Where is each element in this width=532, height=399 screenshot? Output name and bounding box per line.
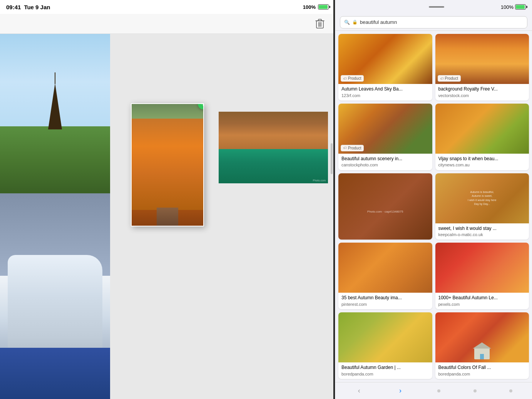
venice-water-bg — [219, 149, 328, 183]
tag-icon-3: 🏷 — [343, 146, 347, 150]
nav-dot-2 — [473, 389, 477, 392]
lock-icon: 🔒 — [352, 20, 358, 25]
battery-display-left: 100% — [303, 4, 329, 10]
result-card-4[interactable]: Vijay snaps to it when beau... citynews.… — [435, 104, 529, 170]
result-title-6: sweet, I wish it would stay ... — [438, 226, 526, 232]
result-image-8 — [435, 243, 529, 293]
eiffel-photo[interactable] — [0, 34, 110, 193]
result-domain-3: canstockphoto.com — [341, 163, 429, 167]
result-image-7 — [338, 243, 432, 293]
forest-road — [157, 208, 178, 226]
left-pane: 09:41 Tue 9 Jan 100% — [0, 0, 335, 399]
watermark-5: Photo.com · cap#1348075 — [348, 210, 423, 214]
trash-icon — [315, 18, 325, 29]
result-image-5: Photo.com · cap#1348075 — [338, 173, 432, 240]
result-info-1: Autumn Leaves And Sky Ba... 123rf.com — [338, 84, 432, 101]
bottom-nav: ‹ › — [335, 382, 532, 399]
result-domain-4: citynews.com.au — [438, 163, 526, 167]
url-input[interactable]: 🔍 🔒 beautiful autumn — [340, 16, 527, 28]
product-badge-1: 🏷 Product — [341, 75, 364, 82]
result-title-8: 1000+ Beautiful Autumn Le... — [438, 295, 526, 301]
battery-pct-right: 100% — [501, 4, 514, 10]
address-text: beautiful autumn — [360, 19, 397, 25]
result-domain-7: pinterest.com — [341, 302, 429, 307]
result-card-1[interactable]: 🏷 Product Autumn Leaves And Sky Ba... 12… — [338, 34, 432, 101]
forest-trees — [132, 119, 203, 210]
result-card-10[interactable]: Beautiful Colors Of Fall ... boredpanda.… — [435, 312, 529, 379]
result-image-9 — [338, 312, 432, 362]
result-info-4: Vijay snaps to it when beau... citynews.… — [435, 154, 529, 170]
venice-buildings-bg — [219, 112, 328, 151]
result-image-10 — [435, 312, 529, 362]
result-card-3[interactable]: 🏷 Product Beautiful autumn scenery in...… — [338, 104, 432, 170]
ground-background — [0, 126, 110, 193]
battery-icon-right — [515, 4, 526, 10]
tower-antenna — [55, 72, 55, 84]
autumn-forest-photo[interactable]: + — [131, 103, 204, 226]
result-card-8[interactable]: 1000+ Beautiful Autumn Le... pexels.com — [435, 243, 529, 309]
status-bar-left: 09:41 Tue 9 Jan 100% — [0, 0, 335, 14]
delete-button[interactable] — [313, 17, 327, 31]
autumn-quote-text: Autumn is beautiful,Autumn is sweet,I wi… — [442, 190, 522, 206]
result-title-2: background Royalty Free V... — [438, 86, 526, 92]
result-card-2[interactable]: 🏷 Product background Royalty Free V... v… — [435, 34, 529, 101]
result-info-7: 35 best Autumn Beauty ima... pinterest.c… — [338, 293, 432, 309]
battery-display-right: 100% — [501, 4, 526, 10]
result-domain-6: keepcalm-o-matic.co.uk — [438, 232, 526, 237]
nav-dot-3 — [509, 389, 512, 392]
battery-pct-left: 100% — [303, 4, 316, 10]
result-card-9[interactable]: Beautiful Autumn Garden | ... boredpanda… — [338, 312, 432, 379]
result-info-8: 1000+ Beautiful Autumn Le... pexels.com — [435, 293, 529, 309]
battery-fill-left — [319, 5, 328, 9]
back-button[interactable]: ‹ — [355, 385, 363, 396]
result-title-3: Beautiful autumn scenery in... — [341, 156, 429, 162]
venice-canal-photo[interactable]: Photo.com — [219, 112, 328, 183]
left-photo-column — [0, 34, 110, 399]
iceberg-shape — [8, 255, 102, 358]
house-shape — [474, 348, 490, 359]
forward-button[interactable]: › — [396, 385, 405, 396]
tag-icon-1: 🏷 — [343, 77, 347, 80]
tag-icon-2: 🏷 — [440, 77, 444, 80]
badge-label-3: Product — [348, 146, 361, 150]
result-image-2: 🏷 Product — [435, 34, 529, 84]
result-title-4: Vijay snaps to it when beau... — [438, 156, 526, 162]
result-title-1: Autumn Leaves And Sky Ba... — [341, 86, 429, 92]
result-domain-10: boredpanda.com — [438, 372, 526, 376]
toolbar-left — [0, 14, 335, 34]
result-card-7[interactable]: 35 best Autumn Beauty ima... pinterest.c… — [338, 243, 432, 309]
result-domain-1: 123rf.com — [341, 93, 429, 98]
result-info-10: Beautiful Colors Of Fall ... boredpanda.… — [435, 362, 529, 379]
result-image-3: 🏷 Product — [338, 104, 432, 154]
product-badge-3: 🏷 Product — [341, 145, 364, 151]
house-roof — [473, 342, 491, 349]
result-image-4 — [435, 104, 529, 154]
venice-watermark: Photo.com — [313, 179, 326, 182]
result-info-6: sweet, I wish it would stay ... keepcalm… — [435, 223, 529, 240]
nav-dot-1 — [437, 389, 440, 392]
battery-fill-right — [516, 5, 525, 9]
result-domain-9: boredpanda.com — [341, 372, 429, 376]
result-domain-2: vectorstock.com — [438, 93, 526, 98]
scroll-indicator[interactable] — [331, 143, 333, 174]
result-info-9: Beautiful Autumn Garden | ... boredpanda… — [338, 362, 432, 379]
result-image-6: Autumn is beautiful,Autumn is sweet,I wi… — [435, 173, 529, 223]
result-card-6[interactable]: Autumn is beautiful,Autumn is sweet,I wi… — [435, 173, 529, 240]
tower-body — [48, 83, 62, 129]
result-image-1: 🏷 Product — [338, 34, 432, 84]
status-center-bar — [429, 6, 444, 8]
result-title-9: Beautiful Autumn Garden | ... — [341, 365, 429, 371]
result-title-7: 35 best Autumn Beauty ima... — [341, 295, 429, 301]
result-domain-8: pexels.com — [438, 302, 526, 307]
result-card-5[interactable]: Photo.com · cap#1348075 — [338, 173, 432, 240]
pane-divider — [333, 0, 335, 399]
time-date-display: 09:41 Tue 9 Jan — [6, 4, 50, 10]
address-bar: 🔍 🔒 beautiful autumn — [335, 14, 532, 31]
battery-icon-left — [318, 4, 329, 10]
ice-water-bg — [0, 348, 110, 399]
search-results-grid: 🏷 Product Autumn Leaves And Sky Ba... 12… — [335, 31, 532, 382]
iceberg-photo[interactable] — [0, 193, 110, 399]
house-window — [480, 354, 484, 359]
time-display: 09:41 — [6, 4, 21, 10]
status-bar-right: 100% — [335, 0, 532, 14]
